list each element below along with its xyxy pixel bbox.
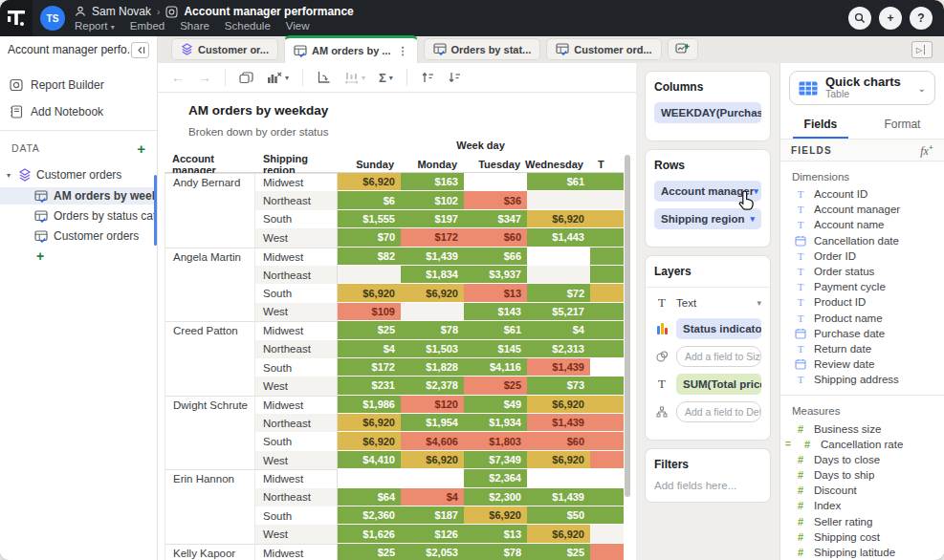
collapse-sidebar-button[interactable] <box>131 42 149 58</box>
data-cell[interactable]: $2,360 <box>338 506 401 525</box>
add-notebook-item[interactable]: Add Notebook <box>0 101 157 122</box>
column-header-shipping-region[interactable]: Shipping region <box>255 157 338 173</box>
sort-descending-button[interactable] <box>448 72 461 83</box>
data-cell[interactable]: $172 <box>338 358 401 377</box>
field-pill-sum-total-price[interactable]: SUM(Total price)▾ <box>676 374 761 395</box>
redo-button[interactable]: → <box>198 70 211 85</box>
data-cell[interactable]: $1,834 <box>401 266 464 284</box>
dimension-product-name[interactable]: TProduct name <box>780 311 944 326</box>
column-header-t[interactable]: T <box>590 157 624 173</box>
data-cell[interactable]: $25 <box>527 544 590 560</box>
row-header-region[interactable]: Northeast <box>255 414 338 432</box>
row-header-region[interactable]: South <box>255 284 338 302</box>
measure-seller-rating[interactable]: #Seller rating <box>780 514 944 529</box>
data-cell[interactable]: $25 <box>338 321 401 339</box>
column-header-account-manager[interactable]: Account manager <box>165 157 255 173</box>
nav-schedule[interactable]: Schedule <box>225 20 271 32</box>
new-chart-tab-button[interactable] <box>668 38 698 60</box>
data-cell[interactable]: $6,920 <box>338 432 401 450</box>
field-pill-shipping-region[interactable]: Shipping region▾ <box>654 208 761 229</box>
data-cell[interactable]: $61 <box>527 173 590 191</box>
dimension-order-status[interactable]: TOrder status <box>780 264 944 279</box>
data-cell[interactable]: $13 <box>464 284 527 302</box>
field-pill-weekday-purchase-date[interactable]: WEEKDAY(Purchase date)▾ <box>654 102 761 123</box>
dimension-account-name[interactable]: TAccount name <box>780 217 944 232</box>
add-button[interactable]: + <box>879 7 902 30</box>
data-cell-partial[interactable] <box>590 191 624 209</box>
data-cell[interactable]: $163 <box>401 173 464 191</box>
data-cell-partial[interactable] <box>590 469 624 487</box>
dimension-shipping-address[interactable]: TShipping address <box>780 372 944 387</box>
help-button[interactable]: ? <box>910 7 933 30</box>
aggregate-button[interactable]: Σ ▾ <box>379 71 393 85</box>
add-data-button[interactable]: + <box>137 140 145 157</box>
data-cell[interactable]: $25 <box>464 377 527 395</box>
data-cell[interactable] <box>401 469 464 487</box>
dimension-return-date[interactable]: TReturn date <box>780 341 944 356</box>
data-cell[interactable]: $6 <box>338 191 401 209</box>
data-cell-partial[interactable] <box>590 414 624 432</box>
data-cell-partial[interactable] <box>590 488 624 506</box>
measure-shipping-latitude[interactable]: #Shipping latitude <box>780 545 944 560</box>
row-header-region[interactable]: South <box>255 358 338 377</box>
row-header-region[interactable]: South <box>255 210 338 228</box>
data-cell[interactable]: $5,217 <box>527 303 590 321</box>
data-cell[interactable]: $1,803 <box>464 432 527 450</box>
chart-title[interactable]: AM orders by weekday <box>188 103 328 118</box>
row-header-region[interactable]: South <box>255 432 338 450</box>
data-cell[interactable]: $25 <box>338 544 401 560</box>
data-cell[interactable]: $6,920 <box>338 284 401 302</box>
row-header-manager[interactable]: Angela Martin <box>165 248 255 322</box>
remove-chart-button[interactable]: ▾ <box>267 72 289 84</box>
column-header-wednesday[interactable]: Wednesday <box>527 157 590 173</box>
data-cell[interactable]: $49 <box>464 396 527 414</box>
data-cell[interactable]: $4 <box>338 340 401 358</box>
data-cell[interactable]: $1,555 <box>338 210 401 228</box>
row-header-region[interactable]: West <box>255 525 338 543</box>
data-cell[interactable]: $66 <box>464 248 527 266</box>
row-header-manager[interactable]: Dwight Schrute <box>165 396 255 470</box>
data-cell[interactable]: $60 <box>464 228 527 247</box>
data-cell[interactable]: $6,920 <box>527 210 590 228</box>
row-header-region[interactable]: Midwest <box>255 248 338 266</box>
add-formula-button[interactable]: fx+ <box>920 142 933 159</box>
kebab-menu-icon[interactable]: ⋮ <box>398 45 408 57</box>
data-cell[interactable]: $82 <box>338 248 401 266</box>
data-cell-partial[interactable] <box>590 340 624 358</box>
data-cell-partial[interactable] <box>590 396 624 414</box>
data-cell[interactable]: $1,443 <box>527 228 590 247</box>
data-cell[interactable]: $6,920 <box>464 506 527 525</box>
data-cell[interactable]: $2,053 <box>401 544 464 560</box>
dimension-purchase-date[interactable]: Purchase date <box>780 326 944 341</box>
row-header-region[interactable]: Midwest <box>255 173 338 191</box>
row-header-region[interactable]: Northeast <box>255 340 338 358</box>
row-header-region[interactable]: West <box>255 228 338 247</box>
data-cell[interactable]: $143 <box>464 303 527 321</box>
data-cell[interactable]: $1,828 <box>401 358 464 377</box>
column-header-tuesday[interactable]: Tuesday <box>464 157 527 173</box>
data-cell[interactable]: $7,349 <box>464 451 527 469</box>
data-cell[interactable]: $64 <box>338 488 401 506</box>
data-cell-partial[interactable] <box>590 377 624 395</box>
column-header-sunday[interactable]: Sunday <box>338 157 401 173</box>
data-cell[interactable]: $1,934 <box>464 414 527 432</box>
undo-button[interactable]: ← <box>171 70 185 85</box>
data-cell[interactable] <box>527 266 590 284</box>
row-header-region[interactable]: Midwest <box>255 469 338 487</box>
data-cell[interactable]: $6,920 <box>401 284 464 302</box>
data-cell[interactable]: $6,920 <box>401 451 464 469</box>
data-cell[interactable]: $1,439 <box>527 358 590 377</box>
row-header-region[interactable]: Midwest <box>255 396 338 414</box>
data-cell[interactable]: $1,626 <box>338 525 401 543</box>
tab-orders-by-stat[interactable]: Orders by stat... <box>424 38 541 60</box>
dimension-product-id[interactable]: TProduct ID <box>780 294 944 310</box>
tab-fields[interactable]: Fields <box>793 113 849 139</box>
data-cell[interactable]: $50 <box>527 506 590 525</box>
measure-discount[interactable]: #Discount <box>780 483 944 498</box>
data-cell[interactable]: $1,439 <box>527 414 590 432</box>
breadcrumb-user[interactable]: Sam Novak <box>92 5 151 18</box>
sort-ascending-button[interactable] <box>421 72 434 83</box>
avatar[interactable]: TS <box>40 6 65 31</box>
data-cell-partial[interactable] <box>590 525 624 543</box>
table-scrollbar[interactable] <box>625 155 630 497</box>
